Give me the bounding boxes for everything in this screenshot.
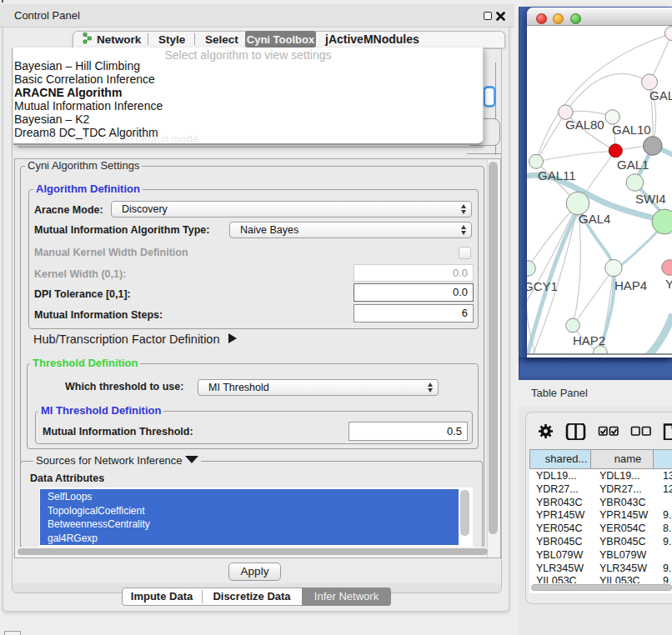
svg-text:HAP4: HAP4	[614, 278, 647, 292]
svg-text:GAL4: GAL4	[579, 212, 610, 226]
svg-text:GCY1: GCY1	[527, 279, 558, 293]
svg-text:GAL10: GAL10	[612, 122, 651, 137]
svg-text:GAL80: GAL80	[565, 118, 604, 132]
svg-text:HAP2: HAP2	[573, 333, 605, 348]
svg-text:GAL1: GAL1	[617, 158, 649, 172]
svg-text:GAL7: GAL7	[649, 88, 672, 102]
svg-text:SWI4: SWI4	[635, 192, 666, 206]
svg-text:Y: Y	[665, 277, 672, 291]
svg-text:GAL11: GAL11	[538, 168, 576, 182]
